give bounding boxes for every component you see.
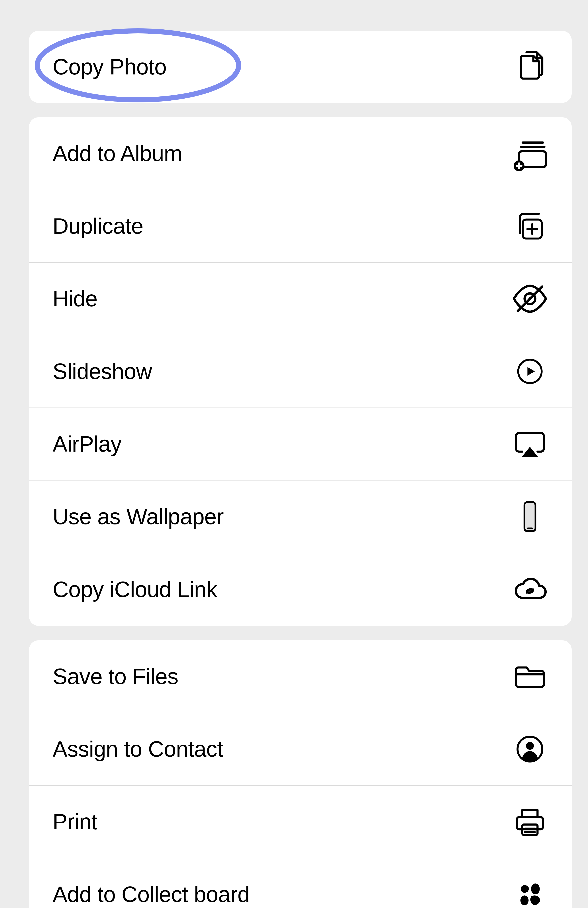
menu-item-label: Copy Photo — [53, 54, 167, 79]
menu-item-label: Save to Files — [53, 664, 178, 689]
menu-item-label: Add to Album — [53, 141, 182, 166]
duplicate-icon — [512, 208, 548, 244]
menu-group-1: Copy Photo — [29, 31, 572, 103]
menu-item-hide[interactable]: Hide — [29, 262, 572, 335]
menu-item-label: Duplicate — [53, 213, 143, 239]
menu-item-copy-photo[interactable]: Copy Photo — [29, 31, 572, 103]
menu-item-save-to-files[interactable]: Save to Files — [29, 640, 572, 713]
folder-icon — [512, 658, 548, 695]
menu-item-label: Add to Collect board — [53, 882, 249, 907]
menu-item-label: AirPlay — [53, 431, 121, 457]
menu-item-add-to-album[interactable]: Add to Album — [29, 117, 572, 190]
menu-item-label: Hide — [53, 286, 98, 311]
menu-item-duplicate[interactable]: Duplicate — [29, 190, 572, 262]
menu-group-3: Save to Files Assign to Contact Print Ad… — [29, 640, 572, 908]
play-circle-icon — [512, 353, 548, 390]
menu-item-label: Slideshow — [53, 359, 152, 384]
action-sheet: Copy Photo Add to Album Duplicate Hide — [29, 31, 572, 908]
collect-icon — [512, 876, 548, 908]
menu-item-airplay[interactable]: AirPlay — [29, 408, 572, 480]
menu-item-copy-icloud-link[interactable]: Copy iCloud Link — [29, 553, 572, 626]
album-add-icon — [512, 135, 548, 172]
menu-item-label: Assign to Contact — [53, 736, 223, 762]
menu-item-use-as-wallpaper[interactable]: Use as Wallpaper — [29, 480, 572, 553]
iphone-icon — [512, 499, 548, 535]
menu-item-slideshow[interactable]: Slideshow — [29, 335, 572, 408]
link-cloud-icon — [512, 571, 548, 608]
menu-item-label: Print — [53, 809, 97, 834]
menu-item-print[interactable]: Print — [29, 786, 572, 858]
eye-slash-icon — [512, 280, 548, 317]
menu-item-add-to-collect-board[interactable]: Add to Collect board — [29, 858, 572, 908]
airplay-icon — [512, 426, 548, 462]
menu-group-2: Add to Album Duplicate Hide Slideshow Ai… — [29, 117, 572, 626]
menu-item-assign-to-contact[interactable]: Assign to Contact — [29, 713, 572, 786]
doc-on-doc-icon — [512, 49, 548, 85]
menu-item-label: Copy iCloud Link — [53, 577, 217, 602]
printer-icon — [512, 803, 548, 840]
menu-item-label: Use as Wallpaper — [53, 504, 223, 530]
person-circle-icon — [512, 731, 548, 767]
